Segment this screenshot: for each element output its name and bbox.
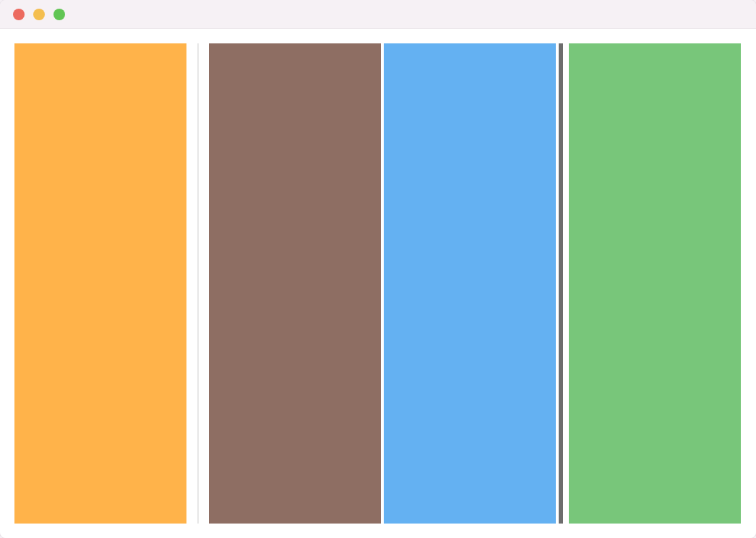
splitter-1[interactable]: [197, 43, 199, 524]
close-icon[interactable]: [13, 9, 25, 20]
minimize-icon[interactable]: [33, 9, 45, 20]
pane-3[interactable]: [384, 43, 556, 524]
app-window: [0, 0, 756, 538]
titlebar[interactable]: [0, 0, 756, 29]
pane-1[interactable]: [14, 43, 186, 524]
gap-3-right: [563, 43, 569, 524]
split-container: [0, 29, 756, 538]
pane-4[interactable]: [569, 43, 741, 524]
pane-2[interactable]: [209, 43, 381, 524]
gap-1-right: [199, 43, 209, 524]
gap-1-left: [186, 43, 197, 524]
zoom-icon[interactable]: [53, 9, 65, 20]
